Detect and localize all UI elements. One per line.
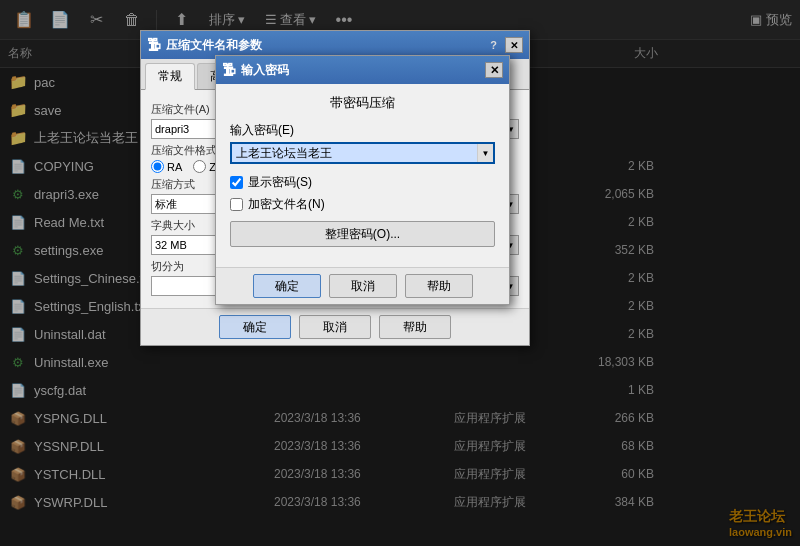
pw-input-row: ▼ xyxy=(230,142,495,164)
pw-header: 带密码压缩 xyxy=(216,84,509,122)
compress-help-icon[interactable]: ? xyxy=(490,39,497,51)
compress-close-button[interactable]: ✕ xyxy=(505,37,523,53)
radio-zip[interactable] xyxy=(193,160,206,173)
pw-dialog-icon: 🗜 xyxy=(222,62,236,78)
encrypt-filename-checkbox[interactable] xyxy=(230,198,243,211)
encrypt-filename-label: 加密文件名(N) xyxy=(248,196,325,213)
radio-rar-label: RA xyxy=(167,161,182,173)
pw-body: 输入密码(E) ▼ 显示密码(S) 加密文件名(N) 整理密码(O)... xyxy=(216,122,509,267)
pw-input-label: 输入密码(E) xyxy=(230,122,495,139)
manage-pw-button[interactable]: 整理密码(O)... xyxy=(230,221,495,247)
pw-input-arrow[interactable]: ▼ xyxy=(477,144,493,162)
compress-footer: 确定 取消 帮助 xyxy=(141,308,529,345)
compress-cancel-button[interactable]: 取消 xyxy=(299,315,371,339)
winrar-icon: 🗜 xyxy=(147,37,161,53)
pw-titlebar: 🗜 输入密码 ✕ xyxy=(216,56,509,84)
compress-dialog-title: 压缩文件名和参数 xyxy=(166,37,490,54)
pw-dialog-title: 输入密码 xyxy=(241,62,485,79)
show-pw-checkbox[interactable] xyxy=(230,176,243,189)
show-pw-label: 显示密码(S) xyxy=(248,174,312,191)
compress-help-button[interactable]: 帮助 xyxy=(379,315,451,339)
tab-general[interactable]: 常规 xyxy=(145,63,195,90)
password-dialog: 🗜 输入密码 ✕ 带密码压缩 输入密码(E) ▼ 显示密码(S) 加密文件名(N… xyxy=(215,55,510,305)
pw-input[interactable] xyxy=(232,144,477,162)
pw-ok-button[interactable]: 确定 xyxy=(253,274,321,298)
pw-help-button[interactable]: 帮助 xyxy=(405,274,473,298)
encrypt-filename-row: 加密文件名(N) xyxy=(230,196,495,213)
pw-cancel-button[interactable]: 取消 xyxy=(329,274,397,298)
pw-close-button[interactable]: ✕ xyxy=(485,62,503,78)
pw-footer: 确定 取消 帮助 xyxy=(216,267,509,304)
show-pw-row: 显示密码(S) xyxy=(230,174,495,191)
compress-dialog-controls: ✕ xyxy=(505,37,523,53)
compress-ok-button[interactable]: 确定 xyxy=(219,315,291,339)
radio-rar[interactable] xyxy=(151,160,164,173)
